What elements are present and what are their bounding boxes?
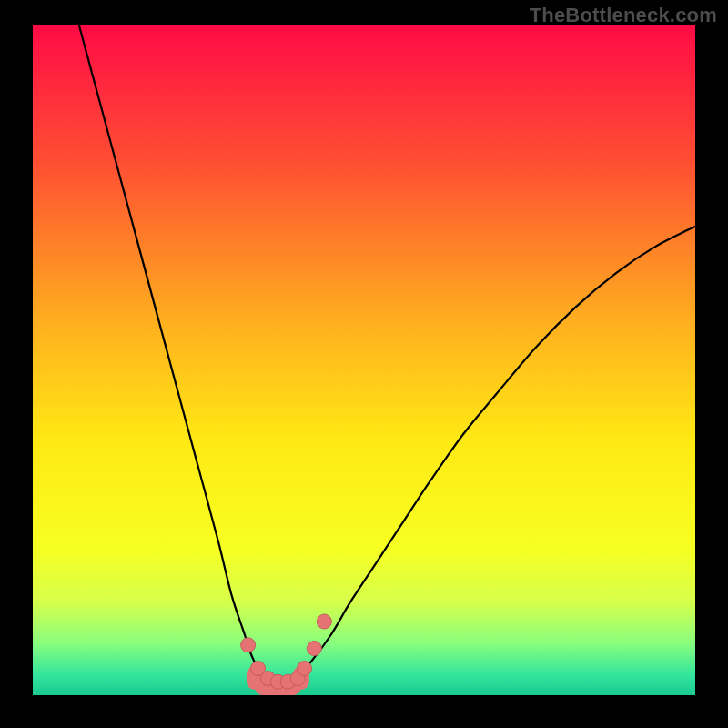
highlight-marker — [297, 662, 311, 676]
chart-svg — [33, 25, 695, 695]
plot-area — [33, 25, 695, 695]
gradient-background — [33, 25, 695, 695]
watermark-text: TheBottleneck.com — [530, 4, 717, 27]
highlight-marker — [241, 638, 256, 652]
highlight-marker — [317, 614, 331, 629]
chart-frame: TheBottleneck.com — [0, 0, 728, 728]
highlight-marker — [307, 641, 321, 655]
